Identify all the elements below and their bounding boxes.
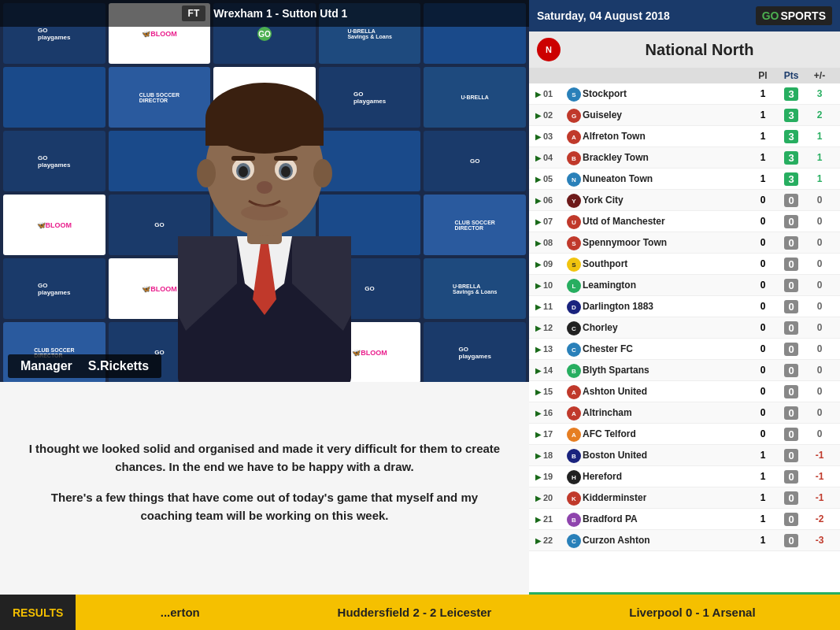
row-nav-17[interactable]: ▶ 18	[535, 450, 567, 460]
team-diff-1: 2	[805, 109, 834, 120]
pts-badge-20: 0	[784, 513, 797, 526]
svg-point-18	[281, 166, 290, 177]
table-row[interactable]: ▶ 04 B Brackley Town 1 3 1	[529, 147, 840, 169]
sports-label: SPORTS	[780, 9, 826, 22]
team-icon-19: K	[567, 490, 583, 506]
pts-badge-13: 0	[784, 364, 797, 377]
team-diff-9: 0	[805, 280, 834, 291]
play-icon-9: ▶	[535, 281, 542, 290]
team-badge-7: S	[567, 236, 581, 250]
results-label: RESULTS	[0, 595, 76, 630]
table-row[interactable]: ▶ 07 U Utd of Manchester 0 0 0	[529, 211, 840, 232]
team-pts-5: 0	[777, 195, 805, 206]
table-row[interactable]: ▶ 16 A Altrincham 0 0 0	[529, 402, 840, 424]
row-nav-21[interactable]: ▶ 22	[535, 536, 567, 545]
table-row[interactable]: ▶ 17 A AFC Telford 0 0 0	[529, 424, 840, 445]
table-row[interactable]: ▶ 02 G Guiseley 1 3 2	[529, 105, 840, 126]
team-name-13: Blyth Spartans	[583, 365, 649, 376]
team-icon-15: A	[567, 405, 583, 421]
row-nav-15[interactable]: ▶ 16	[535, 408, 567, 417]
results-scores: ...erton Huddersfield 2 - 2 Leicester Li…	[76, 606, 840, 619]
team-pts-21: 0	[777, 535, 805, 547]
row-nav-4[interactable]: ▶ 05	[535, 174, 567, 183]
team-diff-19: -1	[805, 492, 834, 503]
team-name-5: York City	[583, 195, 624, 206]
row-nav-3[interactable]: ▶ 04	[535, 153, 567, 162]
play-icon-2: ▶	[535, 132, 542, 141]
row-nav-20[interactable]: ▶ 21	[535, 514, 567, 524]
row-nav-13[interactable]: ▶ 14	[535, 365, 567, 375]
team-diff-14: 0	[805, 386, 834, 397]
table-row[interactable]: ▶ 10 L Leamington 0 0 0	[529, 275, 840, 296]
row-nav-19[interactable]: ▶ 20	[535, 493, 567, 502]
team-pl-2: 1	[749, 131, 777, 142]
table-row[interactable]: ▶ 19 H Hereford 1 0 -1	[529, 466, 840, 487]
team-diff-12: 0	[805, 343, 834, 354]
table-row[interactable]: ▶ 18 B Boston United 1 0 -1	[529, 445, 840, 466]
row-nav-2[interactable]: ▶ 03	[535, 132, 567, 141]
row-nav-11[interactable]: ▶ 12	[535, 323, 567, 332]
table-row[interactable]: ▶ 06 Y York City 0 0 0	[529, 190, 840, 211]
team-pl-14: 0	[749, 386, 777, 397]
pts-badge-9: 0	[784, 279, 797, 292]
team-pts-4: 3	[777, 173, 805, 185]
svg-point-17	[239, 166, 248, 177]
table-row[interactable]: ▶ 09 S Southport 0 0 0	[529, 254, 840, 275]
row-nav-16[interactable]: ▶ 17	[535, 429, 567, 439]
play-icon-18: ▶	[535, 472, 542, 481]
row-nav-18[interactable]: ▶ 19	[535, 472, 567, 481]
table-row[interactable]: ▶ 05 N Nuneaton Town 1 3 1	[529, 169, 840, 190]
speech-line-1: I thought we looked solid and organised …	[24, 439, 505, 476]
pts-badge-12: 0	[784, 343, 797, 356]
pts-badge-7: 0	[784, 236, 797, 250]
row-nav-6[interactable]: ▶ 07	[535, 217, 567, 226]
score-ticker: FT Wrexham 1 - Sutton Utd 1	[0, 0, 529, 27]
table-row[interactable]: ▶ 11 D Darlington 1883 0 0 0	[529, 296, 840, 317]
team-pl-20: 1	[749, 513, 777, 524]
team-pts-3: 3	[777, 152, 805, 164]
pts-badge-8: 0	[784, 258, 797, 271]
team-name-cell-11: Chorley	[583, 322, 749, 333]
table-row[interactable]: ▶ 08 S Spennymoor Town 0 0 0	[529, 232, 840, 254]
team-icon-5: Y	[567, 192, 583, 209]
table-row[interactable]: ▶ 13 C Chester FC 0 0 0	[529, 339, 840, 360]
table-row[interactable]: ▶ 14 B Blyth Spartans 0 0 0	[529, 360, 840, 381]
th-diff: +/-	[805, 70, 834, 81]
row-nav-5[interactable]: ▶ 06	[535, 195, 567, 205]
table-row[interactable]: ▶ 15 A Ashton United 0 0 0	[529, 381, 840, 402]
team-pl-12: 0	[749, 343, 777, 354]
team-diff-10: 0	[805, 301, 834, 312]
play-icon-11: ▶	[535, 324, 542, 332]
row-nav-12[interactable]: ▶ 13	[535, 344, 567, 354]
team-pl-11: 0	[749, 322, 777, 333]
team-icon-1: G	[567, 107, 583, 124]
result-3: Liverpool 0 - 1 Arsenal	[629, 606, 755, 619]
team-pts-18: 0	[777, 471, 805, 483]
table-row[interactable]: ▶ 22 C Curzon Ashton 1 0 -3	[529, 530, 840, 551]
row-nav-9[interactable]: ▶ 10	[535, 280, 567, 290]
pts-badge-16: 0	[784, 428, 797, 441]
row-nav-10[interactable]: ▶ 11	[535, 302, 567, 311]
row-nav-1[interactable]: ▶ 02	[535, 110, 567, 120]
team-name-11: Chorley	[583, 322, 618, 333]
row-nav-7[interactable]: ▶ 08	[535, 238, 567, 247]
table-row[interactable]: ▶ 20 K Kidderminster 1 0 -1	[529, 487, 840, 509]
table-row[interactable]: ▶ 21 B Bradford PA 1 0 -2	[529, 509, 840, 530]
team-name-2: Alfreton Town	[583, 131, 646, 142]
team-pl-7: 0	[749, 237, 777, 248]
row-nav-0[interactable]: ▶ 01	[535, 89, 567, 98]
row-nav-14[interactable]: ▶ 15	[535, 387, 567, 396]
table-row[interactable]: ▶ 01 S Stockport 1 3 3	[529, 83, 840, 105]
league-table-body: ▶ 01 S Stockport 1 3 3 ▶ 02 G Guiseley 1…	[529, 83, 840, 592]
table-row[interactable]: ▶ 03 A Alfreton Town 1 3 1	[529, 126, 840, 147]
team-pts-8: 0	[777, 258, 805, 270]
team-diff-18: -1	[805, 471, 834, 482]
right-panel: Saturday, 04 August 2018 GO SPORTS N Nat…	[529, 0, 840, 630]
table-row[interactable]: ▶ 12 C Chorley 0 0 0	[529, 317, 840, 339]
row-num-17: 18	[543, 450, 553, 460]
team-badge-20: B	[567, 513, 581, 527]
team-name-10: Darlington 1883	[583, 301, 653, 312]
row-num-11: 12	[543, 323, 553, 332]
row-nav-8[interactable]: ▶ 09	[535, 259, 567, 269]
team-name-1: Guiseley	[583, 109, 622, 120]
